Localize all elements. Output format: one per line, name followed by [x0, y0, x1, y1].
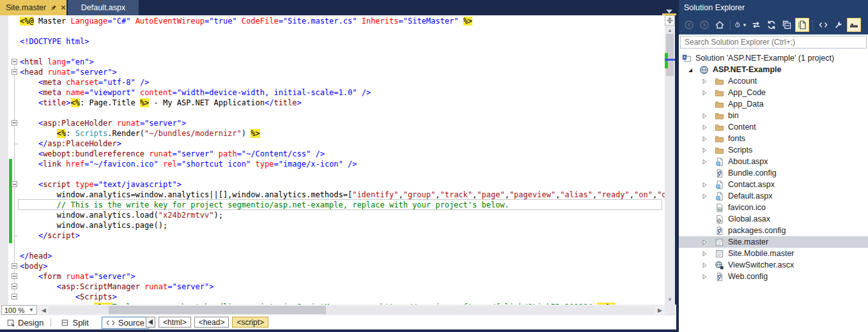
code-line-4[interactable] [20, 47, 665, 57]
breadcrumb-chip[interactable]: <head> [194, 317, 229, 328]
code-line-23[interactable] [20, 241, 665, 251]
scroll-down-icon[interactable]: ▼ [665, 296, 675, 304]
tree-item-viewswitcher-ascx[interactable]: ViewSwitcher.ascx [679, 259, 868, 271]
code-line-9[interactable]: <title><%: Page.Title %> - My ASP.NET Ap… [20, 98, 665, 108]
pin-icon[interactable] [50, 4, 57, 11]
splitter-handle[interactable] [665, 15, 675, 26]
tree-item-about-aspx[interactable]: About.aspx [679, 156, 868, 167]
code-line-18[interactable]: window.analytics=window.analytics||[],wi… [20, 190, 665, 200]
tree-item-bin[interactable]: bin [679, 110, 868, 121]
home-icon[interactable] [713, 18, 727, 32]
pending-changes-filter-icon[interactable]: ▼ [734, 18, 748, 32]
scroll-right-icon[interactable]: ▶ [656, 306, 664, 314]
expand-arrow-icon[interactable] [701, 89, 708, 96]
collapse-toggle-icon[interactable] [12, 263, 17, 269]
solution-explorer-title[interactable]: Solution Explorer [679, 0, 868, 15]
code-line-21[interactable]: window.analytics.page(); [20, 220, 665, 230]
collapse-all-icon[interactable] [780, 18, 794, 32]
expand-arrow-icon[interactable] [701, 112, 708, 119]
code-line-6[interactable]: <head runat="server"> [20, 67, 665, 77]
code-line-19[interactable]: // This is the write key for project seg… [20, 200, 665, 210]
tree-item-web-config[interactable]: Web.config [679, 271, 868, 282]
code-line-27[interactable]: <asp:ScriptManager runat="server"> [20, 282, 665, 292]
tree-item-global-asax[interactable]: Global.asax [679, 213, 868, 225]
collapse-toggle-icon[interactable] [12, 69, 17, 75]
tree-item-packages-config[interactable]: packages.config [679, 225, 868, 236]
horizontal-scroll-track[interactable] [49, 306, 655, 314]
horizontal-scroll-thumb[interactable] [109, 306, 326, 314]
nav-forward-icon[interactable] [697, 18, 711, 32]
split-view-button[interactable]: Split [57, 317, 92, 328]
tree-item-site-master[interactable]: Site.master [679, 236, 868, 248]
expand-arrow-icon[interactable] [701, 250, 708, 257]
code-line-5[interactable]: <html lang="en"> [20, 57, 665, 67]
tree-item-scripts[interactable]: Scripts [679, 144, 868, 156]
expand-arrow-icon[interactable] [701, 192, 708, 200]
tree-item-favicon-ico[interactable]: favicon.ico [679, 202, 868, 213]
properties-icon[interactable] [832, 18, 846, 32]
code-editor[interactable]: <%@ Master Language="C#" AutoEventWireup… [0, 15, 665, 305]
refresh-icon[interactable] [764, 18, 779, 32]
code-line-24[interactable]: </head> [20, 251, 665, 261]
collapse-arrow-icon[interactable] [686, 66, 694, 73]
code-line-10[interactable] [20, 108, 665, 118]
tab-site-master[interactable]: Site.master × [0, 0, 66, 15]
code-line-29[interactable]: <%--To learn more about bundling scripts… [20, 302, 665, 305]
expand-arrow-icon[interactable] [701, 146, 708, 154]
tree-item-app-data[interactable]: App_Data [679, 98, 868, 110]
tree-item-default-aspx[interactable]: Default.aspx [679, 190, 868, 202]
breadcrumb-chip[interactable]: <html> [159, 317, 191, 328]
collapse-toggle-icon[interactable] [12, 59, 17, 64]
code-line-12[interactable]: <%: Scripts.Render("~/bundles/modernizr"… [20, 128, 665, 139]
collapse-toggle-icon[interactable] [12, 181, 17, 187]
tree-item-app-code[interactable]: App_Code [679, 87, 868, 98]
collapse-toggle-icon[interactable] [12, 294, 17, 299]
expand-arrow-icon[interactable] [701, 261, 708, 269]
breadcrumb-chip[interactable]: <script> [232, 317, 268, 328]
show-all-files-icon[interactable] [795, 18, 809, 32]
tree-item-fonts[interactable]: fonts [679, 133, 868, 144]
expand-arrow-icon[interactable] [701, 123, 708, 131]
collapse-toggle-icon[interactable] [12, 273, 17, 279]
breadcrumb-back-icon[interactable] [146, 317, 155, 328]
search-input[interactable] [680, 36, 867, 49]
expand-arrow-icon[interactable] [701, 238, 708, 246]
tree-item-contact-aspx[interactable]: Contact.aspx [679, 179, 868, 190]
code-line-13[interactable]: </asp:PlaceHolder> [20, 139, 665, 149]
code-line-22[interactable]: </script> [20, 230, 665, 241]
code-line-2[interactable] [20, 26, 665, 36]
code-line-28[interactable]: <Scripts> [20, 292, 665, 302]
expand-arrow-icon[interactable] [701, 77, 708, 85]
tree-item-content[interactable]: Content [679, 121, 868, 133]
expand-arrow-icon[interactable] [701, 158, 708, 165]
tree-item-asp-net-example[interactable]: ASP.NET-Example [679, 64, 868, 75]
code-line-3[interactable]: <!DOCTYPE html> [20, 36, 665, 47]
collapse-toggle-icon[interactable] [12, 283, 17, 289]
code-line-25[interactable]: <body> [20, 261, 665, 271]
design-view-button[interactable]: Design [3, 317, 47, 328]
preview-selected-items-icon[interactable] [847, 18, 861, 32]
tree-item-site-mobile-master[interactable]: Site.Mobile.master [679, 248, 868, 259]
source-view-button[interactable]: Source [102, 317, 149, 329]
tree-item-account[interactable]: Account [679, 75, 868, 87]
code-line-26[interactable]: <form runat="server"> [20, 271, 665, 282]
scroll-left-icon[interactable]: ◀ [40, 306, 48, 314]
close-icon[interactable]: × [61, 4, 66, 11]
tab-default-aspx[interactable]: Default.aspx [68, 0, 139, 15]
tree-item-bundle-config[interactable]: Bundle.config [679, 167, 868, 179]
expand-arrow-icon[interactable] [701, 135, 708, 142]
collapse-toggle-icon[interactable] [12, 120, 17, 126]
vertical-scrollbar[interactable]: ▲ ▼ [665, 15, 675, 305]
code-line-11[interactable]: <asp:PlaceHolder runat="server"> [20, 118, 665, 128]
code-line-8[interactable]: <meta name="viewport" content="width=dev… [20, 87, 665, 98]
zoom-level-combo[interactable]: 100 % ▼ [1, 305, 37, 315]
code-line-1[interactable]: <%@ Master Language="C#" AutoEventWireup… [20, 16, 665, 26]
view-code-icon[interactable] [816, 18, 830, 32]
code-line-7[interactable]: <meta charset="utf-8" /> [20, 77, 665, 87]
code-line-14[interactable]: <webopt:bundlereference runat="server" p… [20, 149, 665, 159]
code-line-16[interactable] [20, 169, 665, 179]
tree-item-solution-asp-net-example-1-project-[interactable]: Solution 'ASP.NET-Example' (1 project) [679, 52, 868, 64]
code-line-20[interactable]: window.analytics.load("x24b2rmtvv"); [20, 210, 665, 220]
code-line-15[interactable]: <link href="~/favicon.ico" rel="shortcut… [20, 159, 665, 169]
code-line-17[interactable]: <script type="text/javascript"> [20, 179, 665, 190]
